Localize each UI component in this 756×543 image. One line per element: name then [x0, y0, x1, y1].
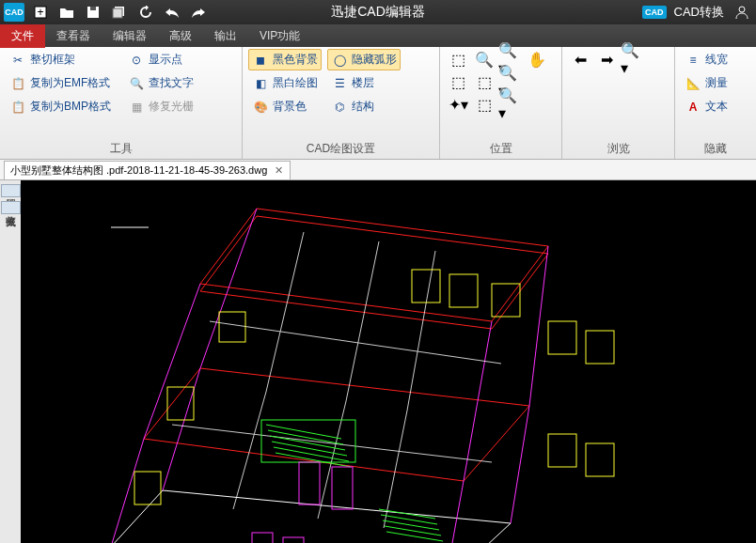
drawing-canvas[interactable]	[21, 180, 756, 543]
raster-icon: ▦	[128, 100, 145, 115]
menu-vip[interactable]: VIP功能	[248, 24, 311, 48]
copy-bmp-button[interactable]: 📋复制为BMP格式	[6, 96, 115, 117]
ribbon-group-hide-label: 隐藏	[681, 139, 750, 159]
svg-line-20	[346, 241, 379, 401]
copy-emf-button[interactable]: 📋复制为EMF格式	[6, 72, 115, 94]
cad-convert-label[interactable]: CAD转换	[674, 4, 724, 21]
bg-color-button[interactable]: 🎨背景色	[248, 96, 322, 117]
side-panel-tabs: 属性 收藏夹	[0, 180, 21, 543]
svg-marker-10	[111, 490, 511, 543]
ribbon-group-browse-label: 浏览	[568, 139, 669, 159]
workspace: 属性 收藏夹	[0, 180, 756, 543]
pos-btn-5[interactable]: ⬚	[446, 71, 470, 92]
side-tab-properties[interactable]: 属性	[1, 184, 21, 197]
document-tab-label: 小型别墅整体结构图 .pdf-2018-11-21-18-45-39-263.d…	[10, 163, 267, 178]
svg-rect-40	[252, 533, 273, 543]
nav-dropdown[interactable]: 🔍▾	[621, 49, 645, 70]
open-folder-icon[interactable]	[56, 3, 77, 22]
bmp-icon: 📋	[9, 100, 26, 115]
nav-back-button[interactable]: ⬅	[568, 49, 592, 70]
document-tab-strip: 小型别墅整体结构图 .pdf-2018-11-21-18-45-39-263.d…	[0, 160, 756, 180]
ruler-icon: 📐	[685, 76, 701, 91]
fix-raster-button: ▦修复光栅	[124, 96, 197, 117]
search-icon: 🔍	[128, 76, 145, 91]
svg-rect-33	[586, 331, 614, 364]
ribbon-group-tools-label: 工具	[6, 139, 236, 159]
svg-line-14	[200, 209, 257, 368]
show-points-button[interactable]: ⊙显示点	[124, 49, 197, 70]
menu-viewer[interactable]: 查看器	[45, 24, 102, 48]
svg-rect-39	[332, 467, 353, 509]
emf-icon: 📋	[9, 76, 26, 91]
svg-rect-3	[90, 7, 96, 10]
structure-icon: ⌬	[331, 100, 348, 115]
new-file-icon[interactable]: +	[30, 3, 51, 22]
svg-marker-8	[200, 216, 548, 329]
pan-button[interactable]: ✋	[525, 49, 549, 70]
title-bar: CAD + 迅捷CAD编辑器 CAD CAD转换	[0, 0, 756, 24]
nav-fwd-button[interactable]: ➡	[594, 49, 619, 70]
svg-rect-34	[548, 434, 576, 467]
arc-icon: ◯	[331, 53, 348, 68]
text-button[interactable]: A文本	[681, 96, 750, 117]
svg-text:+: +	[37, 6, 43, 19]
zoom-dropdown-3[interactable]: 🔍▾	[498, 94, 523, 115]
text-icon: A	[685, 100, 701, 115]
app-title: 迅捷CAD编辑器	[331, 4, 425, 21]
pos-btn-8[interactable]: ✦▾	[446, 94, 470, 115]
black-bg-button[interactable]: ◼黑色背景	[248, 49, 322, 70]
menu-advanced[interactable]: 高级	[158, 24, 203, 48]
svg-rect-38	[299, 462, 320, 504]
ribbon: ✂整切框架 📋复制为EMF格式 📋复制为BMP格式 ⊙显示点 🔍查找文字 ▦修复…	[0, 47, 756, 160]
svg-rect-28	[449, 274, 478, 307]
svg-line-13	[529, 246, 548, 406]
cad-convert-icon[interactable]: CAD	[642, 6, 667, 19]
svg-rect-5	[113, 8, 122, 18]
menu-file[interactable]: 文件	[0, 24, 45, 48]
pos-btn-1[interactable]: ⬚	[446, 49, 470, 70]
svg-line-19	[266, 232, 304, 392]
svg-rect-27	[412, 270, 440, 303]
pos-btn-6[interactable]: ⬚	[472, 71, 496, 92]
svg-line-26	[172, 425, 492, 462]
svg-line-15	[111, 439, 144, 543]
redo-icon[interactable]	[188, 3, 209, 22]
zoom-in-button[interactable]: 🔍	[472, 49, 496, 70]
close-tab-icon[interactable]: ✕	[273, 164, 284, 176]
svg-point-6	[739, 7, 745, 12]
bw-icon: ◧	[252, 76, 269, 91]
save-icon[interactable]	[83, 3, 103, 22]
save-all-icon[interactable]	[109, 3, 130, 22]
undo-icon[interactable]	[162, 3, 182, 22]
floor-button[interactable]: ☰楼层	[327, 72, 401, 94]
svg-rect-35	[586, 443, 614, 476]
menu-editor[interactable]: 编辑器	[102, 24, 158, 48]
structure-button[interactable]: ⌬结构	[327, 96, 401, 117]
document-tab[interactable]: 小型别墅整体结构图 .pdf-2018-11-21-18-45-39-263.d…	[4, 161, 291, 179]
cut-icon: ✂	[9, 53, 26, 68]
svg-rect-32	[548, 321, 576, 354]
refresh-icon[interactable]	[135, 3, 156, 22]
ribbon-group-position-label: 位置	[446, 139, 556, 159]
bw-drawing-button[interactable]: ◧黑白绘图	[248, 72, 322, 94]
svg-rect-41	[283, 537, 304, 543]
app-logo-icon: CAD	[4, 3, 24, 22]
bg-icon: ◼	[252, 53, 269, 68]
line-icon: ≡	[685, 53, 701, 68]
measure-button[interactable]: 📐测量	[681, 72, 750, 94]
palette-icon: 🎨	[252, 100, 269, 115]
user-icon[interactable]	[732, 3, 752, 22]
find-text-button[interactable]: 🔍查找文字	[124, 72, 197, 94]
svg-rect-30	[219, 312, 245, 342]
pos-btn-9[interactable]: ⬚	[472, 94, 496, 115]
floor-icon: ☰	[331, 76, 348, 91]
menu-output[interactable]: 输出	[203, 24, 248, 48]
svg-line-11	[144, 284, 200, 439]
svg-line-16	[445, 481, 464, 543]
points-icon: ⊙	[128, 53, 145, 68]
cut-frame-button[interactable]: ✂整切框架	[6, 49, 115, 70]
svg-rect-36	[134, 472, 161, 504]
hide-arc-button[interactable]: ◯隐藏弧形	[327, 49, 401, 70]
lineweight-button[interactable]: ≡线宽	[681, 49, 750, 70]
side-tab-favorites[interactable]: 收藏夹	[1, 201, 21, 214]
